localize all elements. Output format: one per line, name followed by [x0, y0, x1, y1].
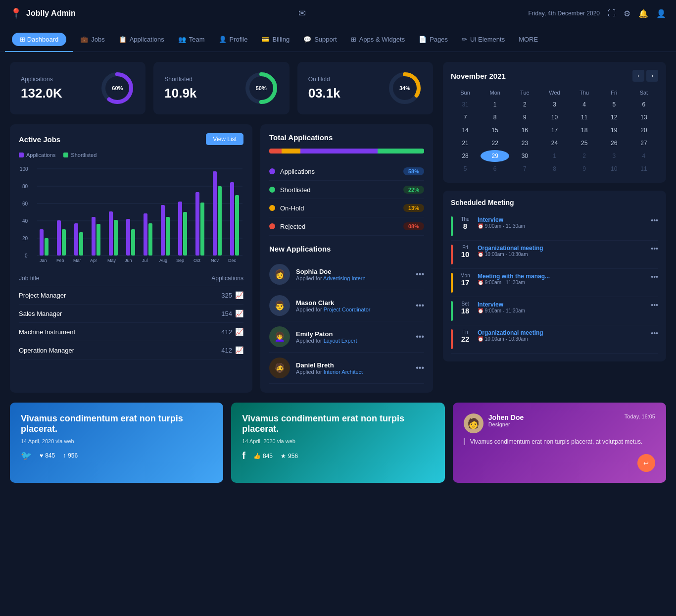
- cal-day-1[interactable]: 1: [481, 99, 509, 110]
- svg-rect-23: [79, 232, 83, 256]
- nav-support[interactable]: 💬 Support: [296, 27, 344, 52]
- view-list-button[interactable]: View List: [206, 133, 243, 145]
- nav-more[interactable]: MORE: [512, 27, 545, 52]
- svg-text:Jan: Jan: [40, 258, 47, 263]
- new-applications-title: New Applications: [269, 245, 424, 253]
- cal-day-10[interactable]: 10: [540, 111, 569, 123]
- facebook-icon: f: [242, 450, 245, 462]
- meeting-more-4[interactable]: •••: [651, 329, 658, 337]
- cal-day-21[interactable]: 21: [451, 137, 480, 149]
- nav-team[interactable]: 👥 Team: [171, 27, 212, 52]
- cal-day-3[interactable]: 3: [540, 99, 569, 110]
- nav-ui[interactable]: ✏ Ui Elements: [455, 27, 512, 52]
- like-icon: 👍: [253, 453, 261, 460]
- svg-text:Nov: Nov: [211, 258, 219, 263]
- app-row-onhold: On-Hold 13%: [269, 199, 424, 217]
- more-icon-sophia[interactable]: •••: [416, 270, 424, 279]
- meeting-date-4: Fri 22: [458, 329, 473, 343]
- nav-billing[interactable]: 💳 Billing: [254, 27, 296, 52]
- cal-day-o4[interactable]: 4: [629, 150, 658, 162]
- svg-rect-26: [109, 211, 113, 256]
- cal-day-9[interactable]: 9: [510, 111, 539, 123]
- cal-day-11[interactable]: 11: [570, 111, 599, 123]
- person-info-daniel: Daniel Breth Applied for Interior Archit…: [296, 361, 410, 375]
- cal-day-13[interactable]: 13: [629, 111, 658, 123]
- more-icon-mason[interactable]: •••: [416, 301, 424, 310]
- more-icon-daniel[interactable]: •••: [416, 363, 424, 372]
- nav-apps[interactable]: ⊞ Apps & Widgets: [344, 27, 412, 52]
- cal-day-19[interactable]: 19: [600, 124, 628, 136]
- team-icon: 👥: [178, 36, 186, 43]
- cal-day-4[interactable]: 4: [570, 99, 599, 110]
- apps-icon: ⊞: [351, 36, 356, 43]
- mail-icon[interactable]: ✉: [298, 8, 306, 19]
- nav-applications[interactable]: 📋 Applications: [112, 27, 171, 52]
- cal-day-o6[interactable]: 6: [481, 163, 509, 175]
- more-icon-emily[interactable]: •••: [416, 332, 424, 341]
- job-count-2: 154 📈: [221, 309, 243, 317]
- cal-day-o5[interactable]: 5: [451, 163, 480, 175]
- cal-day-22[interactable]: 22: [481, 137, 509, 149]
- label-shortlisted: Shortlisted: [280, 186, 310, 194]
- cal-day-14[interactable]: 14: [451, 124, 480, 136]
- user-icon[interactable]: 👤: [656, 9, 666, 18]
- meeting-more-2[interactable]: •••: [651, 273, 658, 281]
- cal-day-o3[interactable]: 3: [600, 150, 628, 162]
- cal-day-25[interactable]: 25: [570, 137, 599, 149]
- cal-day-o10[interactable]: 10: [600, 163, 628, 175]
- nav-dashboard[interactable]: ⊞ Dashboard: [5, 27, 73, 52]
- cal-day-7[interactable]: 7: [451, 111, 480, 123]
- cal-day-26[interactable]: 26: [600, 137, 628, 149]
- cal-day-20[interactable]: 20: [629, 124, 658, 136]
- meeting-more-3[interactable]: •••: [651, 301, 658, 309]
- cal-day-24[interactable]: 24: [540, 137, 569, 149]
- person-name-daniel: Daniel Breth: [296, 361, 410, 369]
- svg-rect-25: [97, 224, 100, 256]
- cal-day-o9[interactable]: 9: [570, 163, 599, 175]
- cal-day-28[interactable]: 28: [451, 150, 480, 162]
- cal-day-23[interactable]: 23: [510, 137, 539, 149]
- settings-icon[interactable]: ⚙: [624, 9, 630, 18]
- stat-onhold: On Hold 03.1k 34%: [297, 62, 433, 114]
- table-row: Machine Instrument 412 📈: [19, 323, 243, 341]
- cal-day-29[interactable]: 29: [481, 150, 509, 162]
- nav-pages[interactable]: 📄 Pages: [412, 27, 455, 52]
- cal-day-16[interactable]: 16: [510, 124, 539, 136]
- cal-day-18[interactable]: 18: [570, 124, 599, 136]
- fullscreen-icon[interactable]: ⛶: [608, 9, 616, 18]
- cal-day-o11[interactable]: 11: [629, 163, 658, 175]
- svg-rect-19: [45, 238, 48, 256]
- cal-day-o1[interactable]: 1: [540, 150, 569, 162]
- svg-text:60: 60: [22, 201, 28, 206]
- nav-jobs[interactable]: 💼 Jobs: [73, 27, 111, 52]
- profile-icon: 👤: [219, 36, 227, 43]
- cal-day-8[interactable]: 8: [481, 111, 509, 123]
- cal-day-17[interactable]: 17: [540, 124, 569, 136]
- reply-button[interactable]: ↩: [637, 454, 655, 472]
- svg-text:Apr: Apr: [90, 258, 97, 263]
- cal-day-31[interactable]: 31: [451, 99, 480, 110]
- progress-shortlisted: [378, 149, 424, 154]
- cal-day-27[interactable]: 27: [629, 137, 658, 149]
- cal-day-o2[interactable]: 2: [570, 150, 599, 162]
- bottom-card-twitter-date: 14 April, 2020 via web: [21, 438, 212, 444]
- calendar-prev-button[interactable]: ‹: [632, 70, 644, 82]
- svg-text:Aug: Aug: [159, 258, 167, 263]
- donut-shortlisted-label: 50%: [256, 85, 267, 91]
- bell-icon[interactable]: 🔔: [638, 9, 648, 18]
- cal-day-5[interactable]: 5: [600, 99, 628, 110]
- cal-day-o8[interactable]: 8: [540, 163, 569, 175]
- calendar-nav: ‹ ›: [632, 70, 658, 82]
- cal-day-12[interactable]: 12: [600, 111, 628, 123]
- cal-day-o7[interactable]: 7: [510, 163, 539, 175]
- meeting-more-0[interactable]: •••: [651, 216, 658, 224]
- cal-day-2[interactable]: 2: [510, 99, 539, 110]
- calendar-next-button[interactable]: ›: [646, 70, 658, 82]
- cal-day-6[interactable]: 6: [629, 99, 658, 110]
- cal-day-15[interactable]: 15: [481, 124, 509, 136]
- legend-applications-label: Applications: [26, 152, 55, 158]
- meeting-more-1[interactable]: •••: [651, 245, 658, 253]
- cal-day-30[interactable]: 30: [510, 150, 539, 162]
- nav-profile[interactable]: 👤 Profile: [212, 27, 255, 52]
- stat-applications-value: 132.0K: [21, 86, 62, 101]
